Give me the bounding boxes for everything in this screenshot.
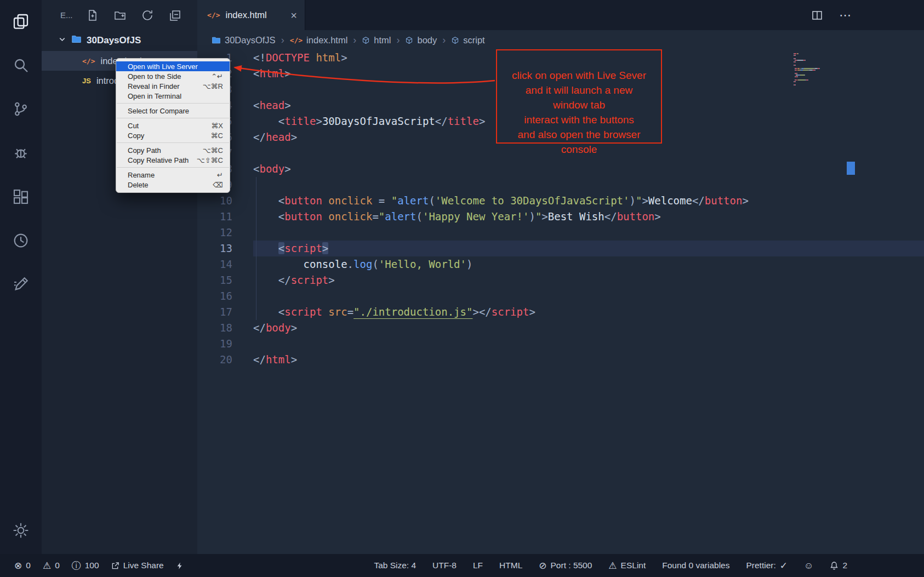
menu-item-delete[interactable]: Delete⌫ (116, 180, 230, 190)
code-line-15[interactable]: 15 </script> (197, 272, 924, 288)
status-port[interactable]: ⊘Port : 5500 (539, 561, 592, 570)
code-line-13[interactable]: 13 <script> (197, 241, 924, 256)
folder-root-30daysofjs[interactable]: 30DaysOfJS (42, 30, 197, 51)
code-line-8[interactable]: 8<body> (197, 161, 924, 177)
code-line-19[interactable]: 19 (197, 336, 924, 352)
code-line-14[interactable]: 14 console.log('Hello, World') (197, 256, 924, 272)
close-icon[interactable]: × (290, 10, 297, 21)
status-errors[interactable]: ⊗0 (14, 561, 31, 570)
breadcrumb: 30DaysOfJS›</>index.html›html›body›scrip… (197, 30, 924, 50)
code-line-18[interactable]: 18</body> (197, 320, 924, 336)
source-control-icon[interactable] (12, 100, 30, 118)
minimap[interactable] (794, 53, 844, 86)
status-feedback[interactable]: ☺ (804, 561, 813, 570)
lightning-icon (176, 562, 184, 570)
status-metric[interactable]: ⓘ100 (72, 561, 99, 570)
menu-item-copy-path[interactable]: Copy Path⌥⌘C (116, 145, 230, 155)
line-number[interactable]: 16 (197, 288, 232, 304)
code-line-10[interactable]: 10 <button onclick = "alert('Welcome to … (197, 193, 924, 209)
new-file-icon[interactable] (85, 8, 100, 22)
code-text: <title>30DaysOfJavaScript</title> (253, 113, 485, 129)
warning-icon: ⚠ (608, 561, 617, 570)
code-text: <!DOCTYPE html> (253, 50, 347, 66)
line-number[interactable]: 17 (197, 304, 232, 320)
menu-separator (117, 167, 229, 168)
status-language-mode[interactable]: HTML (499, 561, 522, 570)
status-eol[interactable]: LF (473, 561, 483, 570)
status-variables[interactable]: Found 0 variables (662, 561, 729, 570)
refresh-icon[interactable] (140, 8, 155, 22)
line-number[interactable]: 13 (197, 241, 232, 256)
code-line-16[interactable]: 16 (197, 288, 924, 304)
code-line-20[interactable]: 20</html> (197, 352, 924, 368)
menu-item-copy[interactable]: Copy⌘C (116, 130, 230, 140)
line-number[interactable]: 10 (197, 193, 232, 209)
line-number[interactable]: 15 (197, 272, 232, 288)
code-text: </head> (253, 129, 297, 145)
menu-item-copy-relative-path[interactable]: Copy Relative Path⌥⇧⌘C (116, 155, 230, 165)
code-line-11[interactable]: 11 <button onclick="alert('Happy New Yea… (197, 209, 924, 225)
annotation-box: click on open with Live Sever and it wil… (496, 49, 662, 144)
extensions-icon[interactable] (12, 187, 30, 206)
menu-separator (117, 118, 229, 118)
overview-ruler-marker (847, 162, 855, 175)
line-number[interactable]: 18 (197, 320, 232, 336)
line-number[interactable]: 12 (197, 225, 232, 241)
code-line-17[interactable]: 17 <script src="./introduction.js"></scr… (197, 304, 924, 320)
status-right: Tab Size: 4UTF-8LFHTML⊘Port : 5500⚠ESLin… (374, 561, 847, 570)
search-icon[interactable] (12, 56, 30, 75)
menu-item-open-to-the-side[interactable]: Open to the Side⌃↵ (116, 71, 230, 81)
line-number[interactable]: 14 (197, 256, 232, 272)
status-encoding[interactable]: UTF-8 (432, 561, 457, 570)
breadcrumb-separator: › (281, 35, 284, 46)
code-line-12[interactable]: 12 (197, 225, 924, 241)
status-warnings[interactable]: ⚠0 (43, 561, 60, 570)
status-notifications[interactable]: 2 (830, 561, 847, 570)
breadcrumb-script[interactable]: script (451, 35, 484, 45)
new-folder-icon[interactable] (113, 8, 127, 22)
menu-item-open-with-live-server[interactable]: Open with Live Server (116, 61, 230, 71)
code-text: <button onclick = "alert('Welcome to 30D… (253, 193, 749, 209)
status-quick-action[interactable] (176, 562, 184, 570)
tab-index-html[interactable]: </> index.html × (197, 0, 305, 30)
status-tab-size[interactable]: Tab Size: 4 (374, 561, 416, 570)
menu-separator (117, 142, 229, 143)
more-actions-icon[interactable]: ⋯ (839, 8, 852, 22)
run-debug-icon[interactable] (12, 144, 30, 162)
context-menu: Open with Live ServerOpen to the Side⌃↵R… (116, 58, 230, 193)
html-file-icon: </> (290, 36, 303, 44)
status-live-share[interactable]: Live Share (111, 561, 164, 570)
menu-item-cut[interactable]: Cut⌘X (116, 121, 230, 130)
breadcrumb-30daysofjs[interactable]: 30DaysOfJS (212, 35, 276, 45)
check-icon: ✓ (780, 561, 788, 570)
clock-icon[interactable] (12, 231, 30, 250)
menu-item-reveal-in-finder[interactable]: Reveal in Finder⌥⌘R (116, 81, 230, 91)
line-number[interactable]: 19 (197, 336, 232, 352)
pen-icon[interactable] (12, 275, 30, 294)
line-number[interactable]: 20 (197, 352, 232, 368)
code-line-9[interactable]: 9 (197, 177, 924, 193)
bell-icon (830, 561, 839, 570)
status-eslint[interactable]: ⚠ESLint (608, 561, 646, 570)
chevron-down-icon (58, 35, 66, 46)
cube-icon (405, 36, 413, 44)
menu-item-rename[interactable]: Rename↵ (116, 170, 230, 180)
code-text: <html> (253, 66, 291, 82)
breadcrumb-html[interactable]: html (362, 35, 391, 45)
share-icon (111, 562, 119, 570)
line-number[interactable]: 11 (197, 209, 232, 225)
cube-icon (451, 36, 459, 44)
code-text: </script> (253, 272, 335, 288)
breadcrumb-index-html[interactable]: </>index.html (290, 35, 348, 45)
error-icon: ⊗ (14, 561, 22, 570)
warning-icon: ⚠ (43, 561, 51, 570)
settings-gear-icon[interactable] (12, 521, 30, 540)
menu-item-select-for-compare[interactable]: Select for Compare (116, 106, 230, 116)
collapse-all-icon[interactable] (168, 8, 182, 22)
explorer-icon[interactable] (12, 12, 30, 31)
status-prettier[interactable]: Prettier:✓ (746, 561, 788, 570)
menu-item-open-in-terminal[interactable]: Open in Terminal (116, 91, 230, 101)
breadcrumb-body[interactable]: body (405, 35, 437, 45)
split-editor-icon[interactable] (811, 9, 824, 22)
code-text: <head> (253, 98, 291, 113)
